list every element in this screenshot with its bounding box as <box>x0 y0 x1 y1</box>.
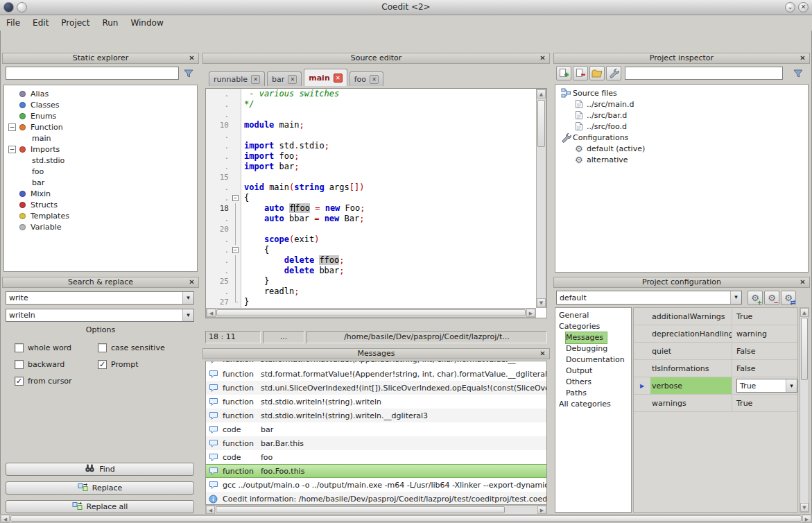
editor-line[interactable]: . delete ffoo; <box>206 255 536 266</box>
checkbox-Prompt[interactable]: ✓Prompt <box>98 360 189 369</box>
explorer-item-structs[interactable]: Structs <box>4 199 197 210</box>
checkbox-backward[interactable]: backward <box>15 360 98 369</box>
add-file-button[interactable] <box>556 66 571 80</box>
scroll-right-icon[interactable]: ▶ <box>802 515 811 522</box>
explorer-item-std-stdio[interactable]: std.stdio <box>4 155 197 166</box>
explorer-item-bar[interactable]: bar <box>4 177 197 188</box>
category-output[interactable]: Output <box>566 366 631 377</box>
fold-icon[interactable]: − <box>232 247 239 253</box>
scroll-right-icon[interactable]: ▶ <box>526 309 535 317</box>
search-replace-header[interactable]: Search & replace ✕ <box>2 277 199 288</box>
close-icon[interactable]: ✕ <box>538 53 547 63</box>
scroll-up-icon[interactable]: ▲ <box>537 89 546 98</box>
message-row[interactable]: functionstd.uni.SliceOverIndexed!(int[])… <box>206 381 546 395</box>
filter-icon[interactable] <box>791 67 806 80</box>
scrollbar-thumb[interactable] <box>537 100 545 147</box>
remove-config-button[interactable]: ⚙− <box>764 291 779 305</box>
checkbox-box[interactable]: ✓ <box>98 360 107 369</box>
checkbox-box[interactable] <box>15 360 24 369</box>
scrollbar-thumb[interactable] <box>801 318 808 380</box>
close-icon[interactable]: ✕ <box>187 53 196 63</box>
message-row[interactable]: functionstd.stdio.writeln!(string).write… <box>206 395 546 409</box>
explorer-item-foo[interactable]: foo <box>4 166 197 177</box>
project-inspector-header[interactable]: Project inspector ✕ <box>553 53 810 64</box>
close-icon[interactable]: ✕ <box>798 277 807 287</box>
inspector-item--src-main-d[interactable]: ../src/main.d <box>555 98 808 110</box>
message-row[interactable]: gcc ../output/main.o -o ../output/main.e… <box>206 478 546 492</box>
tab-close-icon[interactable]: ✕ <box>288 75 297 84</box>
chevron-down-icon[interactable]: ▾ <box>182 292 193 304</box>
collapse-icon[interactable]: − <box>8 123 16 131</box>
explorer-item-variable[interactable]: Variable <box>4 221 197 232</box>
editor-line[interactable]: 18 auto ffoo = new Foo; <box>206 203 536 214</box>
close-icon[interactable]: ✕ <box>798 53 807 63</box>
editor-horizontal-scrollbar[interactable]: ◀ ▶ <box>206 308 536 318</box>
inspector-filter-input[interactable] <box>625 67 783 80</box>
project-configuration-header[interactable]: Project configuration ✕ <box>553 277 810 288</box>
chevron-down-icon[interactable]: ▾ <box>730 291 741 304</box>
code-editor[interactable]: . - various switches.*/.10module main;..… <box>205 88 547 318</box>
replace-all-button[interactable]: Replace all <box>6 500 194 513</box>
inspector-item-source-files[interactable]: Source files <box>555 87 808 98</box>
message-row[interactable]: functionstd.format.formatValue!(Appender… <box>206 361 546 367</box>
tab-foo[interactable]: foo✕ <box>349 71 383 86</box>
message-row[interactable]: codefoo <box>206 450 546 464</box>
property-warnings[interactable]: warningsTrue <box>634 395 797 412</box>
messages-header[interactable]: Messages ✕ <box>202 348 550 359</box>
config-vertical-scrollbar[interactable]: ▲ ▼ <box>800 307 809 513</box>
property-depreciationHandling[interactable]: depreciationHandlingwarning <box>634 325 797 343</box>
category-general[interactable]: General <box>559 310 631 321</box>
fold-icon[interactable]: − <box>232 195 239 201</box>
scroll-left-icon[interactable]: ◀ <box>206 506 215 514</box>
scrollbar-thumb[interactable] <box>216 506 505 513</box>
editor-vertical-scrollbar[interactable]: ▲ ▼ <box>536 89 546 308</box>
category-debugging[interactable]: Debugging <box>566 343 631 354</box>
source-editor-header[interactable]: Source editor ✕ <box>202 53 550 64</box>
message-row[interactable]: functionfoo.Foo.this <box>206 464 546 478</box>
window-horizontal-scrollbar[interactable]: ◀ ▶ <box>0 514 812 523</box>
explorer-item-classes[interactable]: Classes <box>4 99 197 110</box>
remove-file-button[interactable] <box>573 66 588 80</box>
static-explorer-header[interactable]: Static explorer ✕ <box>2 53 199 64</box>
editor-line[interactable]: .import foo; <box>206 151 536 162</box>
menu-file[interactable]: File <box>0 15 26 31</box>
replace-button[interactable]: Replace <box>6 481 194 495</box>
explorer-item-alias[interactable]: Alias <box>4 88 197 99</box>
editor-line[interactable]: . auto bbar = new Bar; <box>206 214 536 224</box>
inspector-item--src-foo-d[interactable]: ../src/foo.d <box>555 121 808 132</box>
message-row[interactable]: codebar <box>206 422 546 436</box>
inspector-item-configurations[interactable]: Configurations <box>555 132 808 143</box>
property-verbose[interactable]: ▶verboseTrue▾ <box>634 377 797 395</box>
window-close-button[interactable]: ✕ <box>798 2 809 12</box>
tab-close-icon[interactable]: ✕ <box>370 75 379 84</box>
tools-button[interactable] <box>606 66 621 80</box>
inspector-item-default-active-[interactable]: ⚙default (active) <box>555 143 808 154</box>
sync-config-button[interactable]: ⚙⇄ <box>781 291 796 305</box>
explorer-item-mixin[interactable]: Mixin <box>4 188 197 199</box>
menu-run[interactable]: Run <box>96 15 124 31</box>
explorer-item-enums[interactable]: Enums <box>4 110 197 121</box>
editor-line[interactable]: . - various switches <box>206 89 536 99</box>
menu-project[interactable]: Project <box>55 15 96 31</box>
message-row[interactable]: functionbar.Bar.this <box>206 436 546 450</box>
explorer-item-templates[interactable]: Templates <box>4 210 197 221</box>
scroll-down-icon[interactable]: ▼ <box>800 503 809 512</box>
tab-runnable[interactable]: runnable✕ <box>209 71 265 86</box>
chevron-down-icon[interactable]: ▾ <box>182 309 193 321</box>
scrollbar-thumb[interactable] <box>10 515 802 522</box>
editor-line[interactable]: 20 <box>206 224 536 234</box>
add-config-button[interactable]: ⚙+ <box>748 291 763 305</box>
app-icon[interactable] <box>3 2 14 12</box>
editor-line[interactable]: 25 } <box>206 276 536 286</box>
category-documentation[interactable]: Documentation <box>566 354 631 366</box>
category-categories[interactable]: Categories <box>559 321 631 332</box>
open-folder-button[interactable] <box>589 66 605 80</box>
scroll-left-icon[interactable]: ◀ <box>1 515 10 522</box>
inspector-item--src-bar-d[interactable]: ../src/bar.d <box>555 110 808 121</box>
editor-line[interactable]: 15 <box>206 172 536 182</box>
search-term-combo[interactable]: write ▾ <box>6 291 194 305</box>
property-value-dropdown[interactable]: True▾ <box>736 379 797 393</box>
tab-main[interactable]: main✕ <box>304 69 347 86</box>
editor-line[interactable]: .void main(string args[]) <box>206 182 536 193</box>
titlebar[interactable]: Coedit <2> ⌄ ✕ <box>0 0 812 15</box>
